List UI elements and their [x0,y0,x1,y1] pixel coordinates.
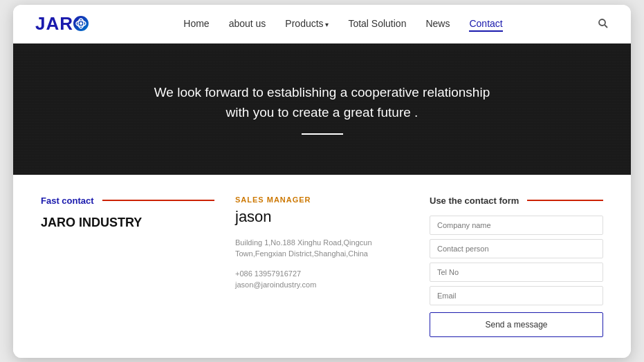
svg-point-2 [80,22,82,25]
nav-products-link[interactable]: Products [285,18,329,29]
hero-text: We look forward to establishing a cooper… [154,83,490,122]
nav-total-solution[interactable]: Total Solution [348,17,406,30]
hero-divider [302,133,343,135]
logo: JAR [35,13,89,35]
fast-contact-line [102,200,214,201]
nav-contact[interactable]: Contact [469,17,502,30]
form-label-line [527,200,603,201]
nav-products[interactable]: Products [285,17,329,30]
form-label-text: Use the contact form [430,196,519,206]
send-message-button[interactable]: Send a message [430,312,603,337]
nav-about-link[interactable]: about us [229,18,266,29]
nav-home-link[interactable]: Home [183,18,209,29]
nav-contact-link[interactable]: Contact [469,18,502,32]
sales-label: SALES MANAGER [235,196,409,204]
fast-contact-label: Fast contact [41,196,94,206]
company-name: JARO INDUSTRY [41,216,214,230]
svg-point-3 [599,19,605,26]
sales-email: jason@jaroindustry.com [235,280,409,289]
tel-input[interactable] [430,263,603,282]
contact-section: Fast contact JARO INDUSTRY SALES MANAGER… [13,175,631,358]
nav-news[interactable]: News [425,17,450,30]
navbar: JAR Home about us Products Total Solutio… [13,5,631,44]
contact-person-input[interactable] [430,239,603,258]
logo-text: JAR [35,13,73,35]
hero-banner: We look forward to establishing a cooper… [13,44,631,175]
browser-frame: JAR Home about us Products Total Solutio… [13,5,631,358]
nav-links: Home about us Products Total Solution Ne… [183,17,502,30]
contact-grid: Fast contact JARO INDUSTRY SALES MANAGER… [41,196,603,337]
search-icon[interactable] [598,18,609,29]
sales-column: SALES MANAGER jason Building 1,No.188 Xi… [235,196,409,337]
sales-address: Building 1,No.188 Xinghu Road,Qingcun To… [235,237,409,260]
email-input[interactable] [430,286,603,305]
fast-contact-label-row: Fast contact [41,196,214,206]
nav-home[interactable]: Home [183,17,209,30]
sales-phone: +086 13957916727 [235,269,409,278]
logo-icon [73,16,89,31]
nav-news-link[interactable]: News [425,18,450,29]
fast-contact-column: Fast contact JARO INDUSTRY [41,196,214,337]
form-label-row: Use the contact form [430,196,603,206]
contact-form-column: Use the contact form Send a message [430,196,603,337]
sales-name: jason [235,208,409,226]
company-name-input[interactable] [430,216,603,235]
nav-about[interactable]: about us [229,17,266,30]
nav-total-solution-link[interactable]: Total Solution [348,18,406,29]
svg-line-4 [605,25,607,28]
